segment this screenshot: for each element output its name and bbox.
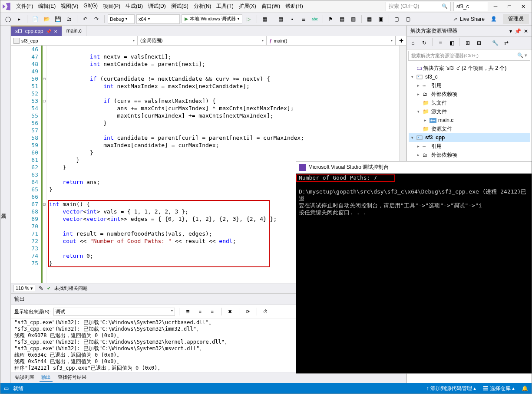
tree-node[interactable]: ▸◦▫引用	[409, 142, 530, 151]
run-button[interactable]: ▶本地 Windows 调试器▾	[182, 14, 242, 23]
output-source-select[interactable]: 调试▾	[53, 308, 175, 316]
out-tb-icon[interactable]: ≡	[208, 307, 217, 316]
liveshare-button[interactable]: ↗Live Share	[450, 15, 487, 23]
tb-icon[interactable]: ▤	[276, 14, 286, 24]
menu-item[interactable]: 扩展(X)	[236, 1, 259, 12]
tb-abc-icon[interactable]: abc	[310, 14, 320, 24]
tb-icon[interactable]: ▪	[287, 14, 297, 24]
tb-icon[interactable]: ▦	[260, 14, 270, 24]
output-source-label: 显示输出来源(S):	[14, 309, 51, 315]
se-title-label: 解决方案资源管理器	[410, 27, 457, 35]
menu-item[interactable]: 调试(D)	[145, 1, 169, 12]
search-icon: 🔍	[442, 3, 448, 9]
tb-icon[interactable]: ▤	[337, 14, 347, 24]
menu-item[interactable]: 文件(F)	[13, 1, 36, 12]
tab-find-symbols[interactable]: 查找符号结果	[56, 373, 88, 382]
tb-icon[interactable]: ▦	[365, 14, 374, 24]
bell-icon[interactable]: 🔔	[522, 385, 528, 391]
se-pin-icon[interactable]: 📌	[515, 28, 521, 34]
scope2-select[interactable]: (全局范围)▾	[138, 36, 267, 45]
tree-node[interactable]: ▾sf3_cpp	[409, 133, 530, 142]
se-tb-icon[interactable]: 🔧	[490, 38, 500, 48]
open-button[interactable]: 📂	[42, 14, 51, 24]
tree-node[interactable]: ▸++main.c	[409, 116, 530, 125]
maximize-button[interactable]: □	[503, 2, 516, 11]
close-button[interactable]: ✕	[517, 2, 530, 11]
out-tb-icon[interactable]: ⟳	[243, 307, 253, 316]
split-button[interactable]: ✚	[396, 36, 406, 45]
menu-item[interactable]: 窗口(W)	[259, 1, 283, 12]
tb-icon[interactable]: ≣	[299, 14, 308, 24]
se-dropdown-icon[interactable]: ▾	[509, 28, 512, 34]
tree-node[interactable]: 📁资源文件	[409, 125, 530, 133]
se-tb-icon[interactable]: ⊟	[474, 38, 484, 48]
minimize-button[interactable]: ─	[489, 2, 502, 11]
feedback-icon[interactable]: 👤	[489, 14, 499, 24]
tab-sf3-cpp[interactable]: sf3_cpp.cpp📌✕	[11, 26, 62, 36]
platform-select[interactable]: x64▾	[136, 14, 180, 24]
status-indicator-icon: ▭	[4, 385, 9, 391]
out-tb-icon[interactable]: ≡	[195, 307, 205, 316]
menu-item[interactable]: Git(G)	[81, 1, 100, 12]
config-select[interactable]: Debug▾	[108, 14, 135, 24]
out-tb-icon[interactable]: ≣	[183, 307, 193, 316]
nav-back-button[interactable]: ◯	[3, 14, 13, 24]
func-select[interactable]: ƒmain()▾	[267, 36, 396, 45]
menu-item[interactable]: 工具(T)	[214, 1, 236, 12]
tree-node[interactable]: ▸🗂外部依赖项	[409, 90, 530, 98]
console-body[interactable]: Number of Good Paths: 7 D:\mysetup\gopat…	[296, 174, 532, 373]
left-toolbox[interactable]: 工具箱	[0, 26, 11, 383]
tb-icon[interactable]: ⚑	[326, 14, 336, 24]
menu-item[interactable]: 项目(P)	[100, 1, 123, 12]
tree-node[interactable]: ▸◦▫引用	[409, 81, 530, 90]
console-icon	[299, 164, 306, 171]
out-tb-clear-icon[interactable]: ✖	[225, 307, 235, 316]
out-tb-icon[interactable]: ⏱	[261, 307, 271, 316]
se-tb-icon[interactable]: ◧	[447, 38, 456, 48]
context-bar: sf3_cpp▾ (全局范围)▾ ƒmain()▾ ✚	[11, 36, 406, 46]
admin-button[interactable]: 管理员	[503, 14, 529, 24]
console-highlight	[296, 174, 395, 182]
tree-node[interactable]: 📁头文件	[409, 98, 530, 107]
menu-item[interactable]: 分析(N)	[191, 1, 214, 12]
se-tb-icon[interactable]: ↻	[420, 38, 429, 48]
no-issues-label: 未找到相关问题	[54, 285, 88, 292]
status-repo[interactable]: ↑ 添加到源代码管理 ▴	[426, 385, 476, 392]
se-home-icon[interactable]: ⌂	[408, 38, 418, 48]
undo-button[interactable]: ↶	[80, 14, 90, 24]
tree-node[interactable]: ▸🗂外部依赖项	[409, 151, 530, 159]
tab-output[interactable]: 输出	[40, 373, 53, 382]
new-file-button[interactable]: 📄	[30, 14, 40, 24]
tab-errors[interactable]: 错误列表	[13, 373, 36, 382]
se-tb-icon[interactable]: ⇄	[502, 38, 511, 48]
se-close-icon[interactable]: ✕	[524, 28, 528, 34]
nav-fwd-button[interactable]: ▸	[14, 14, 24, 24]
scope-select[interactable]: sf3_cpp▾	[11, 36, 138, 45]
zoom-select[interactable]: 110 % ▾	[13, 285, 35, 292]
menu-item[interactable]: 测试(S)	[169, 1, 191, 12]
redo-button[interactable]: ↷	[92, 14, 101, 24]
tb-icon[interactable]: ▣	[376, 14, 386, 24]
run-no-debug-button[interactable]: ▷	[244, 14, 254, 24]
menu-item[interactable]: 生成(B)	[123, 1, 145, 12]
ok-icon: ✔	[47, 286, 51, 291]
menu-item[interactable]: 视图(V)	[58, 1, 81, 12]
tb-icon[interactable]: ▢	[392, 14, 402, 24]
tb-icon[interactable]: ▢	[403, 14, 413, 24]
se-search-input[interactable]: 搜索解决方案资源管理器(Ctrl+;)🔍 ▾	[408, 51, 530, 61]
se-tb-icon[interactable]: ⊞	[463, 38, 473, 48]
search-box[interactable]: 搜索 (Ctrl+Q) 🔍	[386, 2, 451, 11]
wand-icon[interactable]: ✎	[39, 285, 43, 292]
save-all-button[interactable]: 🗂	[64, 14, 74, 24]
se-tb-icon[interactable]: ≡	[436, 38, 445, 48]
tb-icon[interactable]: ▥	[349, 14, 358, 24]
menu-item[interactable]: 编辑(E)	[36, 1, 58, 12]
tab-main-c[interactable]: main.c	[62, 26, 86, 36]
tree-node[interactable]: ▾sf3_c	[409, 72, 530, 81]
svg-rect-2	[417, 136, 422, 140]
save-button[interactable]: 💾	[53, 14, 63, 24]
status-select-repo[interactable]: ☰ 选择仓库 ▴	[483, 385, 515, 392]
menu-item[interactable]: 帮助(H)	[283, 1, 306, 12]
tree-node[interactable]: ▾📁源文件	[409, 107, 530, 116]
console-titlebar[interactable]: Microsoft Visual Studio 调试控制台	[296, 161, 532, 174]
